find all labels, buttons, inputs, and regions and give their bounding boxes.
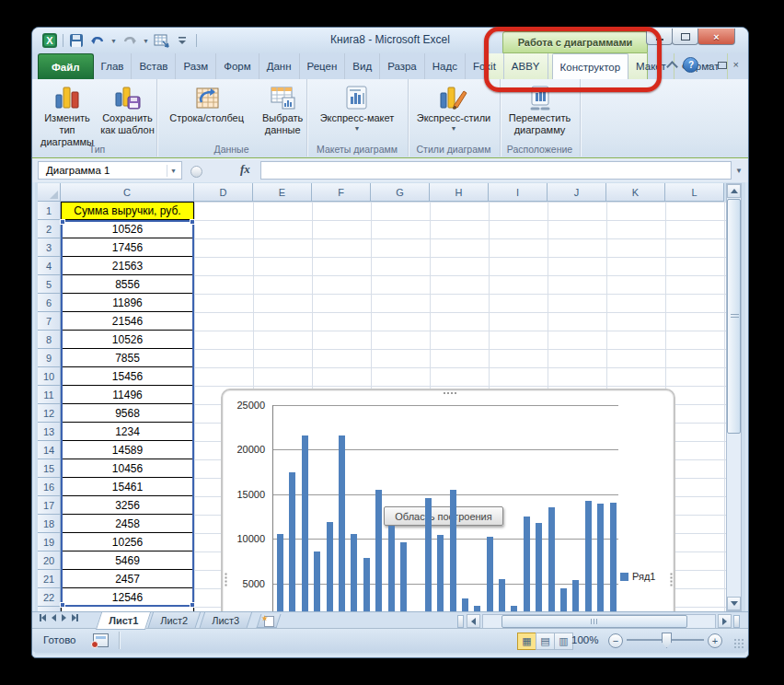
row-header-7[interactable]: 7 (38, 312, 61, 331)
chart-selection-handle[interactable] (444, 392, 456, 395)
tab-foxit[interactable]: Foxit (466, 53, 504, 79)
cell-c3[interactable]: 17456 (61, 238, 194, 257)
row-header-5[interactable]: 5 (38, 275, 61, 294)
quick-layout-button[interactable]: Экспресс-макет▼ (309, 81, 405, 132)
chart-bar[interactable] (302, 435, 308, 611)
tab-разм[interactable]: Разм (176, 53, 216, 79)
cell-c6[interactable]: 11896 (61, 294, 194, 312)
chart-bar[interactable] (585, 501, 592, 611)
tab-рецен[interactable]: Рецен (300, 53, 346, 79)
cell-c1-header[interactable]: Сумма выручки, руб. (61, 202, 194, 220)
scroll-up-button[interactable] (727, 184, 741, 198)
insert-function-icon[interactable]: fx (240, 162, 250, 177)
row-header-11[interactable]: 11 (38, 386, 61, 404)
cell-c12[interactable]: 9568 (61, 404, 194, 423)
cell-c21[interactable]: 2457 (61, 570, 194, 588)
resize-grip[interactable] (733, 638, 744, 649)
save-as-template-button[interactable]: Сохранить как шаблон (98, 81, 156, 136)
cell-c8[interactable]: 10526 (61, 331, 194, 349)
workbook-minimize-icon[interactable]: – (705, 60, 710, 70)
row-header-14[interactable]: 14 (38, 441, 61, 459)
column-header-d[interactable]: D (194, 183, 253, 202)
page-layout-view-button[interactable]: ▤ (536, 633, 555, 650)
cell-c7[interactable]: 21546 (61, 312, 194, 331)
sheet-tab-лист1[interactable]: Лист1 (96, 612, 151, 630)
move-chart-button[interactable]: Переместить диаграмму (501, 81, 579, 136)
cell-c4[interactable]: 21563 (61, 257, 194, 275)
title-bar[interactable]: X▼▼ Книга8 - Microsoft Excel Работа с ди… (32, 28, 748, 53)
cell-c2[interactable]: 10526 (61, 220, 194, 238)
row-header-3[interactable]: 3 (38, 238, 61, 257)
column-header-i[interactable]: I (489, 183, 548, 202)
row-header-20[interactable]: 20 (38, 551, 61, 570)
formula-input[interactable] (260, 161, 732, 180)
tab-надс[interactable]: Надс (425, 53, 466, 79)
column-header-j[interactable]: J (548, 183, 606, 202)
chart-bar[interactable] (548, 507, 555, 611)
chart-bar[interactable] (462, 598, 468, 611)
column-header-e[interactable]: E (253, 183, 312, 202)
chart-bar[interactable] (388, 526, 395, 611)
chart-bar[interactable] (339, 435, 345, 611)
column-header-g[interactable]: G (371, 183, 430, 202)
cell-c14[interactable]: 14589 (61, 441, 194, 459)
row-header-17[interactable]: 17 (38, 496, 61, 515)
tab-вид[interactable]: Вид (345, 53, 380, 79)
scrollbar-split-handle[interactable] (733, 615, 740, 628)
chart-bar[interactable] (487, 537, 493, 611)
chart-selection-handle[interactable] (670, 574, 673, 586)
tab-abby[interactable]: ABBY (504, 53, 548, 79)
cell-c22[interactable]: 12546 (61, 588, 194, 607)
workbook-close-icon[interactable]: × (733, 60, 739, 70)
chart-bar[interactable] (277, 534, 283, 611)
chart-bar[interactable] (524, 517, 530, 611)
select-all-corner[interactable] (38, 183, 61, 202)
cell-c10[interactable]: 15456 (61, 367, 194, 386)
row-header-16[interactable]: 16 (38, 478, 61, 496)
chart-bar[interactable] (610, 503, 617, 611)
row-header-13[interactable]: 13 (38, 423, 61, 441)
prev-sheet-button[interactable] (52, 614, 56, 621)
chart-bar[interactable] (363, 558, 370, 611)
row-header-21[interactable]: 21 (38, 570, 61, 588)
chart-bar[interactable] (289, 472, 295, 611)
change-chart-type-button[interactable]: Изменить тип диаграммы (38, 81, 97, 148)
row-header-22[interactable]: 22 (38, 588, 61, 607)
tab-split-handle[interactable] (457, 615, 464, 628)
cell-c16[interactable]: 15461 (61, 478, 194, 496)
row-header-18[interactable]: 18 (38, 515, 61, 533)
name-box[interactable]: Диаграмма 1 ▼ (38, 161, 182, 180)
row-header-10[interactable]: 10 (38, 367, 61, 386)
help-icon[interactable]: ? (683, 57, 698, 73)
column-header-h[interactable]: H (430, 183, 489, 202)
horizontal-scrollbar[interactable] (482, 614, 716, 629)
cell-c13[interactable]: 1234 (61, 423, 194, 441)
row-header-4[interactable]: 4 (38, 257, 61, 275)
cell-c9[interactable]: 7855 (61, 349, 194, 367)
switch-row-column-button[interactable]: Строка/столбец (156, 81, 257, 124)
vertical-scroll-thumb[interactable] (727, 199, 741, 434)
column-header-l[interactable]: L (665, 183, 724, 202)
expand-formula-bar-icon[interactable]: ▼ (735, 167, 743, 175)
tab-глав[interactable]: Глав (94, 53, 133, 79)
worksheet-grid[interactable]: 1234567891011121314151617181920212223 Су… (38, 202, 726, 611)
first-sheet-button[interactable] (40, 614, 46, 621)
zoom-slider-thumb[interactable] (662, 633, 672, 648)
chart-bar[interactable] (499, 579, 505, 611)
column-header-c[interactable]: C (61, 183, 194, 202)
chart-object[interactable]: Ряд1 Область построения 2500020000150001… (221, 389, 675, 611)
chart-bar[interactable] (351, 534, 357, 611)
name-box-dropdown-icon[interactable]: ▼ (167, 165, 179, 177)
minimize-button[interactable] (646, 29, 673, 45)
scroll-right-button[interactable] (718, 614, 732, 628)
row-header-6[interactable]: 6 (38, 294, 61, 312)
scroll-down-button[interactable] (727, 597, 741, 610)
chart-bar[interactable] (437, 535, 444, 611)
tab-данн[interactable]: Данн (259, 53, 300, 79)
tab-разра[interactable]: Разра (380, 53, 425, 79)
minimize-ribbon-icon[interactable] (667, 61, 679, 73)
scroll-left-button[interactable] (467, 614, 480, 628)
quick-styles-button[interactable]: Экспресс-стили▼ (409, 81, 498, 132)
chart-bar[interactable] (375, 490, 382, 611)
chart-bar[interactable] (400, 542, 407, 611)
